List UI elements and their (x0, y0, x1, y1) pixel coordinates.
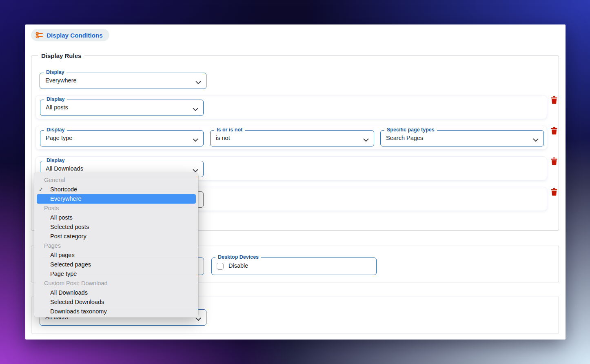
dropdown-group-custom-post-download: Custom Post: Download (34, 279, 198, 288)
dropdown-group-general: General (34, 175, 198, 185)
chevron-down-icon (533, 136, 539, 144)
is-or-is-not-select[interactable]: Is or is not is not (210, 130, 374, 146)
dropdown-option-selected-posts[interactable]: Selected posts (34, 222, 198, 232)
display-select-all-posts[interactable]: Display All posts (40, 100, 204, 116)
dropdown-option-shortcode[interactable]: ✓ Shortcode (34, 185, 198, 194)
delete-rule-button[interactable] (551, 127, 557, 135)
dropdown-option-selected-downloads[interactable]: Selected Downloads (34, 297, 198, 307)
dropdown-option-everywhere[interactable]: Everywhere (37, 194, 196, 204)
chevron-down-icon (363, 136, 369, 144)
display-select-everywhere[interactable]: Display Everywhere (40, 73, 206, 89)
display-select-page-type[interactable]: Display Page type (40, 130, 204, 146)
dropdown-option-label: Shortcode (50, 186, 77, 193)
disable-desktop-checkbox[interactable] (217, 263, 224, 270)
checklist-icon (35, 31, 43, 39)
display-conditions-header: Display Conditions (31, 29, 109, 41)
dropdown-option-post-category[interactable]: Post category (34, 232, 198, 241)
dropdown-group-posts: Posts (34, 204, 198, 213)
dropdown-option-downloads-taxonomy[interactable]: Downloads taxonomy (34, 307, 198, 316)
select-value: is not (216, 131, 230, 146)
chevron-down-icon (195, 79, 201, 86)
disable-label: Disable (228, 262, 248, 269)
dropdown-option-all-posts[interactable]: All posts (34, 213, 198, 222)
delete-rule-button[interactable] (551, 188, 557, 196)
dropdown-option-all-downloads[interactable]: All Downloads (34, 288, 198, 297)
rule-row: Display Page type Is or is not is not Sp… (35, 126, 547, 150)
desktop-devices-fieldset: Desktop Devices Disable (211, 257, 377, 275)
display-select-dropdown: General ✓ Shortcode Everywhere Posts All… (34, 172, 198, 317)
dropdown-option-page-type[interactable]: Page type (34, 269, 198, 279)
dropdown-option-selected-pages[interactable]: Selected pages (34, 260, 198, 269)
chevron-down-icon (193, 136, 198, 144)
delete-rule-button[interactable] (551, 96, 557, 104)
chevron-down-icon (193, 106, 198, 113)
select-value: All posts (46, 100, 68, 115)
rule-row: Display All posts (35, 95, 547, 119)
page-title: Display Conditions (47, 32, 103, 39)
select-value: Everywhere (45, 73, 77, 88)
select-value: Search Pages (386, 131, 423, 146)
dropdown-group-pages: Pages (34, 241, 198, 251)
display-rules-legend: Display Rules (38, 52, 84, 59)
desktop-devices-label: Desktop Devices (215, 254, 261, 260)
dropdown-option-all-pages[interactable]: All pages (34, 251, 198, 260)
delete-rule-button[interactable] (551, 158, 557, 165)
specific-page-types-select[interactable]: Specific page types Search Pages (380, 130, 544, 146)
display-conditions-panel: Display Conditions Display Rules Display… (25, 24, 566, 340)
select-value: Page type (46, 131, 72, 146)
check-icon: ✓ (39, 185, 43, 194)
